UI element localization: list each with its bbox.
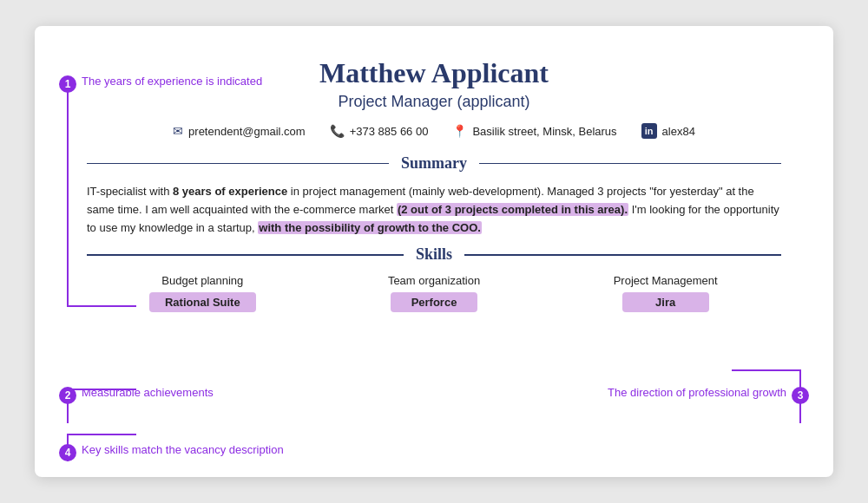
phone-icon: 📞 xyxy=(330,124,345,138)
summary-paragraph: IT-specialist with 8 years of experience… xyxy=(87,183,781,237)
skills-line-left xyxy=(87,254,404,256)
annotation-4: 4 Key skills match the vacancy descripti… xyxy=(59,443,284,461)
summary-highlight-growth: with the possibility of growth to the CO… xyxy=(258,221,482,234)
skill-col-2: Project Management Jira xyxy=(549,274,781,312)
annotation-circle-1: 1 xyxy=(59,75,76,93)
summary-label: Summary xyxy=(389,154,479,173)
summary-divider: Summary xyxy=(87,154,781,173)
contact-email: ✉ pretendent@gmail.com xyxy=(173,124,306,138)
skill-badge-0: Rational Suite xyxy=(149,292,256,312)
annotation-text-3: The direction of professional growth xyxy=(608,386,786,399)
annotation-text-2: Measurable achievements xyxy=(82,386,214,399)
annotation-3: The direction of professional growth 3 xyxy=(608,386,809,404)
contact-address: 📍 Basilik street, Minsk, Belarus xyxy=(452,124,616,138)
skills-label: Skills xyxy=(404,245,464,264)
address-value: Basilik street, Minsk, Belarus xyxy=(472,125,616,138)
skills-line-right xyxy=(464,254,781,256)
summary-highlight-projects: (2 out of 3 projects completed in this a… xyxy=(397,203,628,216)
summary-highlight-experience: 8 years of experience xyxy=(173,185,287,198)
skill-title-2: Project Management xyxy=(549,274,781,287)
linkedin-value: alex84 xyxy=(662,125,695,138)
resume-card: 1 The years of experience is indicated M… xyxy=(35,26,833,477)
contact-linkedin: in alex84 xyxy=(641,123,695,139)
divider-line-right xyxy=(479,163,781,165)
skill-title-0: Budget planning xyxy=(87,274,319,287)
linkedin-icon: in xyxy=(641,123,657,139)
annotation-circle-2: 2 xyxy=(59,387,76,404)
skill-badge-1: Perforce xyxy=(391,292,477,312)
skill-title-1: Team organization xyxy=(319,274,550,287)
email-value: pretendent@gmail.com xyxy=(188,125,306,138)
annotation-2: 2 Measurable achievements xyxy=(59,386,214,404)
skill-badge-2: Jira xyxy=(622,292,709,312)
annotation-circle-3: 3 xyxy=(792,387,809,404)
annotation-1: 1 The years of experience is indicated xyxy=(59,75,262,93)
annotation-text-4: Key skills match the vacancy description xyxy=(82,443,284,456)
location-icon: 📍 xyxy=(452,124,467,138)
skill-col-1: Team organization Perforce xyxy=(319,274,550,312)
summary-text-plain: IT-specialist with xyxy=(87,185,173,198)
ann1-vertical-line xyxy=(67,92,69,307)
contact-phone: 📞 +373 885 66 00 xyxy=(330,124,429,138)
skills-grid: Budget planning Rational Suite Team orga… xyxy=(87,274,781,312)
contact-row: ✉ pretendent@gmail.com 📞 +373 885 66 00 … xyxy=(87,123,781,139)
resume-title: Project Manager (applicant) xyxy=(87,93,781,111)
annotation-circle-4: 4 xyxy=(59,444,76,461)
divider-line-left xyxy=(87,163,389,165)
ann1-horizontal-line xyxy=(67,305,136,307)
skills-divider: Skills xyxy=(87,245,781,264)
ann3-horizontal-line xyxy=(732,369,801,371)
annotation-text-1: The years of experience is indicated xyxy=(82,75,262,88)
email-icon: ✉ xyxy=(173,124,183,138)
ann4-horizontal-line xyxy=(67,434,136,435)
phone-value: +373 885 66 00 xyxy=(350,125,429,138)
